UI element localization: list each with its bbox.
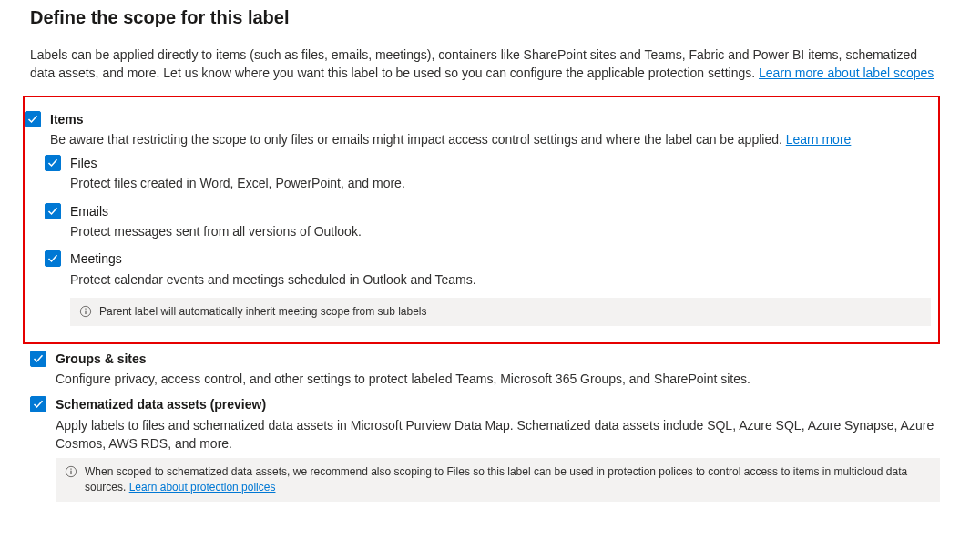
emails-label: Emails bbox=[70, 204, 108, 219]
items-description: Be aware that restricting the scope to o… bbox=[50, 130, 931, 148]
svg-rect-1 bbox=[85, 311, 86, 314]
files-label: Files bbox=[70, 156, 97, 170]
intro-text: Labels can be applied directly to items … bbox=[30, 46, 940, 83]
checkmark-icon bbox=[47, 158, 58, 168]
meetings-info-bar: Parent label will automatically inherit … bbox=[70, 298, 931, 326]
svg-rect-4 bbox=[70, 471, 71, 474]
checkmark-icon bbox=[47, 206, 58, 217]
items-checkbox[interactable] bbox=[25, 111, 41, 127]
checkmark-icon bbox=[33, 353, 44, 364]
checkmark-icon bbox=[27, 114, 38, 125]
checkmark-icon bbox=[47, 253, 58, 264]
groups-label: Groups & sites bbox=[56, 351, 147, 366]
checkmark-icon bbox=[33, 399, 44, 410]
learn-more-scopes-link[interactable]: Learn more about label scopes bbox=[759, 66, 934, 80]
info-icon bbox=[65, 465, 77, 478]
meetings-description: Protect calendar events and meetings sch… bbox=[70, 270, 931, 289]
items-learn-more-link[interactable]: Learn more bbox=[786, 132, 852, 147]
schematized-info-bar: When scoped to schematized data assets, … bbox=[56, 458, 940, 502]
meetings-label: Meetings bbox=[70, 251, 122, 266]
items-highlight-box: Items Be aware that restricting the scop… bbox=[23, 96, 940, 344]
emails-description: Protect messages sent from all versions … bbox=[70, 222, 931, 240]
protection-polices-link[interactable]: Learn about protection polices bbox=[129, 481, 276, 494]
schematized-description: Apply labels to files and schematized da… bbox=[56, 416, 940, 453]
page-title: Define the scope for this label bbox=[30, 5, 940, 31]
items-label: Items bbox=[50, 112, 84, 127]
info-icon bbox=[79, 305, 92, 318]
files-checkbox[interactable] bbox=[45, 155, 61, 171]
emails-checkbox[interactable] bbox=[45, 203, 61, 219]
schematized-label: Schematized data assets (preview) bbox=[56, 397, 266, 412]
files-description: Protect files created in Word, Excel, Po… bbox=[70, 174, 931, 192]
svg-rect-5 bbox=[70, 469, 71, 470]
schematized-info-text: When scoped to schematized data assets, … bbox=[85, 464, 931, 495]
groups-checkbox[interactable] bbox=[30, 351, 46, 367]
svg-rect-2 bbox=[85, 308, 86, 309]
meetings-info-text: Parent label will automatically inherit … bbox=[99, 304, 922, 320]
groups-description: Configure privacy, access control, and o… bbox=[56, 370, 940, 388]
schematized-checkbox[interactable] bbox=[30, 396, 46, 412]
meetings-checkbox[interactable] bbox=[45, 250, 61, 267]
